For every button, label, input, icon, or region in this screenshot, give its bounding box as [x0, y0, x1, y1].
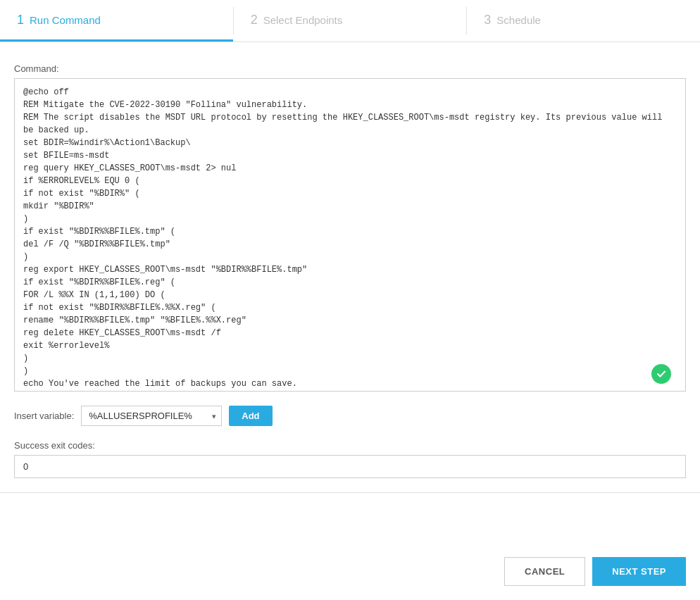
step-2-number: 2 [251, 13, 258, 27]
stepper-header: 1 Run Command 2 Select Endpoints 3 Sched… [0, 0, 700, 42]
step-1-label: Run Command [30, 14, 101, 26]
variable-select[interactable]: %ALLUSERSPROFILE%%APPDATA%%COMPUTERNAME%… [81, 406, 222, 426]
exit-codes-input[interactable] [14, 455, 686, 478]
command-container [14, 78, 686, 392]
cancel-button[interactable]: CANCEL [504, 557, 585, 586]
step-select-endpoints[interactable]: 2 Select Endpoints [234, 0, 467, 42]
step-3-label: Schedule [496, 14, 541, 26]
exit-codes-section: Success exit codes: [14, 440, 686, 478]
insert-variable-label: Insert variable: [14, 411, 74, 421]
footer-divider [0, 492, 700, 493]
step-2-label: Select Endpoints [263, 14, 343, 26]
command-textarea[interactable] [15, 79, 685, 389]
step-run-command[interactable]: 1 Run Command [0, 0, 233, 42]
next-step-button[interactable]: NEXT STEP [592, 557, 686, 586]
step-schedule[interactable]: 3 Schedule [467, 0, 700, 42]
step-3-number: 3 [484, 13, 491, 27]
check-circle-icon [651, 364, 671, 384]
add-variable-button[interactable]: Add [229, 406, 272, 426]
main-content: Command: Insert variable: %ALLUSERSPROFI… [0, 42, 700, 600]
insert-variable-row: Insert variable: %ALLUSERSPROFILE%%APPDA… [14, 406, 686, 426]
exit-codes-label: Success exit codes: [14, 440, 686, 451]
variable-select-wrapper: %ALLUSERSPROFILE%%APPDATA%%COMPUTERNAME%… [81, 406, 222, 426]
footer-buttons: CANCEL NEXT STEP [504, 557, 686, 586]
step-1-number: 1 [17, 13, 24, 27]
command-label: Command: [14, 63, 686, 74]
